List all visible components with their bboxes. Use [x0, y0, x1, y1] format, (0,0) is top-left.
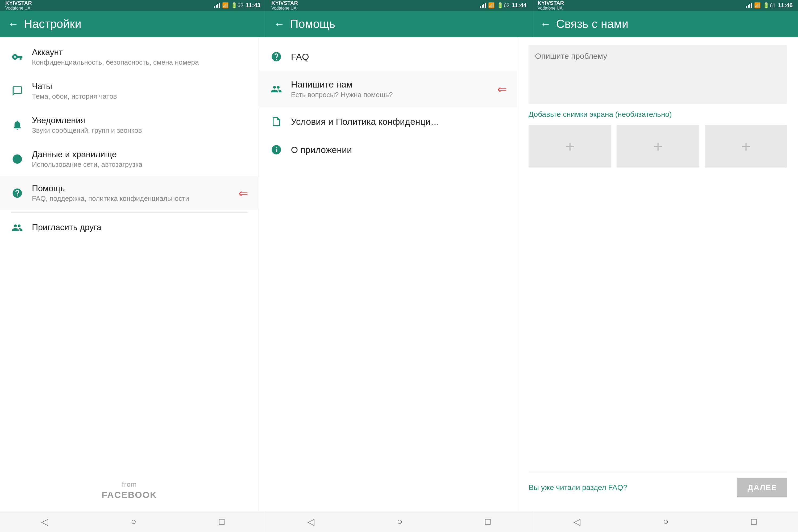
- back-button-contact[interactable]: ←: [540, 18, 551, 30]
- invite-icon: [11, 222, 24, 233]
- add-screenshot-icon-3: +: [741, 137, 750, 156]
- sub-carrier-2: Vodafone UA: [271, 6, 298, 11]
- bell-icon: [11, 119, 24, 131]
- key-icon: [11, 51, 24, 62]
- contact-footer: Вы уже читали раздел FAQ? ДАЛЕЕ: [529, 174, 787, 503]
- home-nav-3[interactable]: ○: [658, 514, 674, 529]
- chats-title: Чаты: [32, 81, 248, 91]
- back-button-help[interactable]: ←: [274, 18, 285, 30]
- settings-item-storage[interactable]: Данные и хранилище Использование сети, а…: [0, 142, 259, 176]
- add-screenshot-icon-2: +: [653, 137, 663, 156]
- settings-item-invite[interactable]: Пригласить друга: [0, 215, 259, 241]
- recent-nav-1[interactable]: □: [214, 514, 230, 529]
- screenshot-label[interactable]: Добавьте снимки экрана (необязательно): [529, 110, 787, 119]
- about-title: О приложении: [291, 145, 507, 155]
- sub-carrier-3: Vodafone UA: [537, 6, 564, 11]
- help-item-write[interactable]: Напишите нам Есть вопросы? Нужна помощь?…: [259, 71, 518, 108]
- facebook-label: FACEBOOK: [101, 490, 157, 500]
- nav-panel-3: ◁ ○ □: [532, 511, 798, 532]
- settings-item-chats[interactable]: Чаты Тема, обои, история чатов: [0, 74, 259, 108]
- help-arrow-indicator: ⇐: [238, 187, 248, 200]
- nav-bar: ◁ ○ □ ◁ ○ □ ◁ ○ □: [0, 511, 798, 532]
- back-nav-1[interactable]: ◁: [36, 514, 54, 530]
- panel-contact: Добавьте снимки экрана (необязательно) +…: [518, 37, 798, 511]
- faq-icon: [270, 51, 283, 62]
- back-button-settings[interactable]: ←: [8, 18, 19, 30]
- recent-nav-3[interactable]: □: [746, 514, 762, 529]
- storage-icon: [11, 153, 24, 165]
- terms-icon: [270, 116, 283, 127]
- status-panel-1: KYIVSTAR Vodafone UA 📶 🔋62 11:43: [0, 0, 266, 11]
- help-item-about[interactable]: О приложении: [259, 136, 518, 164]
- signal-bars-2: [480, 3, 486, 8]
- back-nav-2[interactable]: ◁: [302, 514, 320, 530]
- contact-title: Связь с нами: [556, 17, 629, 31]
- nav-panel-2: ◁ ○ □: [266, 511, 532, 532]
- settings-item-account[interactable]: Аккаунт Конфиденциальность, безопасность…: [0, 40, 259, 74]
- sub-carrier-1: Vodafone UA: [5, 6, 32, 11]
- screenshot-slot-3[interactable]: +: [705, 125, 787, 168]
- panel-settings: Аккаунт Конфиденциальность, безопасность…: [0, 37, 259, 511]
- about-icon: [270, 144, 283, 155]
- notifications-sub: Звуки сообщений, групп и звонков: [32, 126, 248, 135]
- help-item-terms[interactable]: Условия и Политика конфиденци…: [259, 108, 518, 136]
- status-panel-2: KYIVSTAR Vodafone UA 📶 🔋62 11:44: [266, 0, 532, 11]
- title-panel-contact: ← Связь с нами: [532, 11, 798, 37]
- storage-sub: Использование сети, автозагрузка: [32, 160, 248, 169]
- wifi-icon-3: 📶: [754, 2, 761, 8]
- panel-help: FAQ Напишите нам Есть вопросы? Нужна пом…: [259, 37, 518, 511]
- notifications-title: Уведомления: [32, 115, 248, 125]
- recent-nav-2[interactable]: □: [480, 514, 496, 529]
- help-item-faq[interactable]: FAQ: [259, 42, 518, 71]
- storage-title: Данные и хранилище: [32, 150, 248, 159]
- status-panel-3: KYIVSTAR Vodafone UA 📶 🔋61 11:46: [532, 0, 798, 11]
- wifi-icon-1: 📶: [222, 2, 229, 8]
- faq-title: FAQ: [291, 52, 507, 62]
- time-1: 11:43: [246, 2, 261, 9]
- carrier-3: KYIVSTAR: [537, 0, 564, 6]
- help-settings-sub: FAQ, поддержка, политика конфиденциально…: [32, 194, 230, 203]
- battery-2: 🔋62: [497, 2, 509, 8]
- settings-title: Настройки: [24, 17, 81, 31]
- carrier-2: KYIVSTAR: [271, 0, 298, 6]
- svg-point-0: [13, 155, 22, 163]
- carrier-1: KYIVSTAR: [5, 0, 32, 6]
- status-bar: KYIVSTAR Vodafone UA 📶 🔋62 11:43 KYIVSTA…: [0, 0, 798, 11]
- next-button[interactable]: ДАЛЕЕ: [737, 478, 787, 497]
- signal-bars-1: [214, 3, 220, 8]
- screenshot-slot-1[interactable]: +: [529, 125, 611, 168]
- signal-bars-3: [746, 3, 752, 8]
- screenshot-slot-2[interactable]: +: [616, 125, 699, 168]
- invite-title: Пригласить друга: [32, 222, 248, 232]
- settings-item-help[interactable]: Помощь FAQ, поддержка, политика конфиден…: [0, 176, 259, 210]
- problem-description-input[interactable]: [529, 45, 787, 104]
- help-list: FAQ Напишите нам Есть вопросы? Нужна пом…: [259, 37, 518, 169]
- screenshot-grid: + + +: [529, 125, 787, 168]
- home-nav-1[interactable]: ○: [126, 514, 142, 529]
- account-sub: Конфиденциальность, безопасность, смена …: [32, 58, 248, 66]
- write-icon: [270, 83, 283, 95]
- from-label: from: [122, 480, 137, 489]
- help-circle-icon: [11, 188, 24, 199]
- title-panel-settings: ← Настройки: [0, 11, 266, 37]
- settings-item-notifications[interactable]: Уведомления Звуки сообщений, групп и зво…: [0, 108, 259, 142]
- settings-list: Аккаунт Конфиденциальность, безопасность…: [0, 37, 259, 470]
- terms-title: Условия и Политика конфиденци…: [291, 116, 507, 127]
- title-bar: ← Настройки ← Помощь ← Связь с нами: [0, 11, 798, 37]
- faq-link-row: Вы уже читали раздел FAQ? ДАЛЕЕ: [529, 472, 787, 503]
- help-title: Помощь: [290, 17, 335, 31]
- content-area: Аккаунт Конфиденциальность, безопасность…: [0, 37, 798, 511]
- settings-footer: from FACEBOOK: [0, 470, 259, 511]
- back-nav-3[interactable]: ◁: [568, 514, 586, 530]
- add-screenshot-icon-1: +: [565, 137, 574, 156]
- write-sub: Есть вопросы? Нужна помощь?: [291, 91, 490, 99]
- chat-icon: [11, 86, 24, 97]
- time-3: 11:46: [778, 2, 793, 9]
- battery-3: 🔋61: [763, 2, 775, 8]
- help-settings-title: Помощь: [32, 184, 230, 193]
- chats-sub: Тема, обои, история чатов: [32, 92, 248, 100]
- faq-link[interactable]: Вы уже читали раздел FAQ?: [529, 483, 627, 492]
- title-panel-help: ← Помощь: [266, 11, 532, 37]
- time-2: 11:44: [512, 2, 527, 9]
- home-nav-2[interactable]: ○: [392, 514, 408, 529]
